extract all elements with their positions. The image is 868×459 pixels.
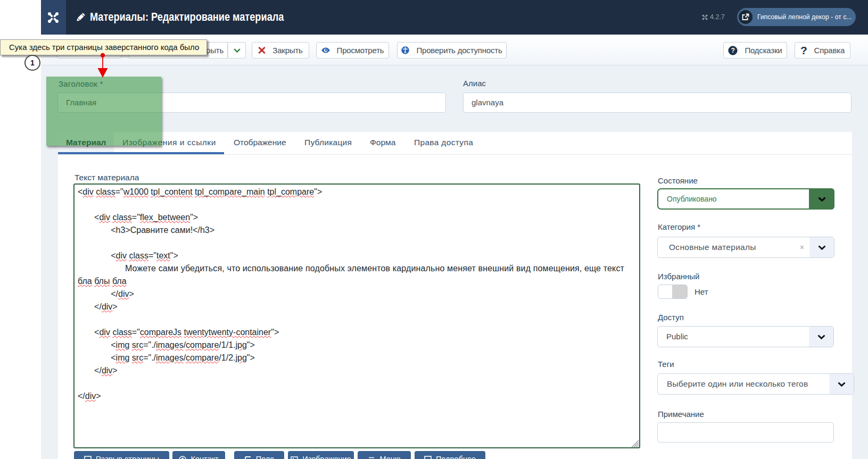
svg-text:?: ?	[731, 47, 735, 54]
